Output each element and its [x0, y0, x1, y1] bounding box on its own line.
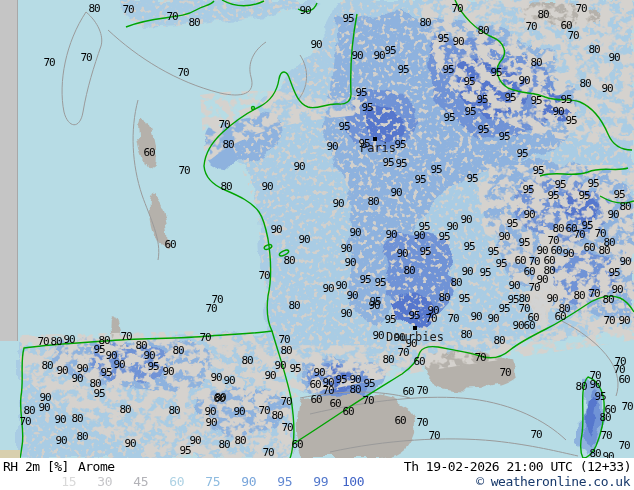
- rh-value-label: 70: [258, 405, 269, 416]
- rh-value-label: 80: [579, 78, 590, 89]
- rh-value-label: 95: [397, 64, 408, 75]
- rh-value-label: 95: [608, 267, 619, 278]
- rh-value-label: 95: [374, 277, 385, 288]
- rh-value-label: 95: [395, 158, 406, 169]
- rh-value-label: 95: [498, 303, 509, 314]
- rh-value-label: 70: [178, 165, 189, 176]
- rh-value-label: 70: [573, 229, 584, 240]
- rh-value-label: 80: [493, 335, 504, 346]
- rh-value-label: 90: [335, 280, 346, 291]
- rh-value-label: 95: [532, 165, 543, 176]
- rh-value-label: 70: [416, 417, 427, 428]
- rh-value-label: 95: [335, 374, 346, 385]
- rh-value-label: 70: [567, 30, 578, 41]
- rh-value-label: 95: [613, 189, 624, 200]
- rh-value-label: 70: [603, 315, 614, 326]
- rh-value-label: 95: [560, 94, 571, 105]
- rh-value-label: 90: [261, 181, 272, 192]
- rh-value-label: 60: [291, 439, 302, 450]
- rh-value-label: 90: [470, 311, 481, 322]
- rh-value-label: 90: [607, 209, 618, 220]
- rh-value-label: 90: [113, 359, 124, 370]
- rh-value-label: 95: [342, 13, 353, 24]
- rh-value-label: 70: [43, 57, 54, 68]
- rh-value-label: 80: [382, 354, 393, 365]
- rh-value-label: 80: [588, 44, 599, 55]
- rh-value-label: 70: [575, 3, 586, 14]
- rh-value-label: 80: [460, 329, 471, 340]
- rh-value-label: 95: [506, 218, 517, 229]
- city-label-paris: Paris: [360, 141, 396, 155]
- rh-value-label: 70: [525, 21, 536, 32]
- rh-value-label: 90: [512, 320, 523, 331]
- rh-value-label: 80: [573, 290, 584, 301]
- product-name: RH 2m [%]: [3, 459, 69, 474]
- footer-title-row: RH 2m [%]Arome Th 19-02-2026 21:00 UTC (…: [0, 459, 634, 474]
- rh-value-label: 80: [71, 413, 82, 424]
- rh-value-label: 70: [199, 332, 210, 343]
- rh-value-label: 95: [93, 344, 104, 355]
- rh-value-label: 95: [384, 314, 395, 325]
- rh-value-label: 90: [189, 435, 200, 446]
- rh-value-label: 95: [458, 293, 469, 304]
- rh-value-label: 95: [463, 76, 474, 87]
- rh-value-label: 80: [575, 381, 586, 392]
- rh-value-label: 80: [589, 448, 600, 459]
- rh-value-label: 70: [80, 52, 91, 63]
- rh-value-label: 80: [403, 265, 414, 276]
- rh-value-label: 95: [93, 388, 104, 399]
- rh-value-label: 70: [618, 440, 629, 451]
- rh-value-label: 95: [437, 33, 448, 44]
- rh-value-label: 90: [452, 36, 463, 47]
- rh-value-label: 90: [274, 360, 285, 371]
- legend-value-75: 75: [184, 474, 220, 489]
- rh-value-label: 90: [589, 379, 600, 390]
- rh-value-label: 80: [367, 196, 378, 207]
- rh-value-label: 70: [474, 352, 485, 363]
- rh-value-label: 90: [322, 283, 333, 294]
- rh-value-label: 95: [361, 102, 372, 113]
- rh-value-label: 95: [565, 115, 576, 126]
- rh-value-label: 90: [293, 161, 304, 172]
- legend-value-95: 95: [256, 474, 292, 489]
- rh-value-label: 70: [19, 416, 30, 427]
- rh-value-label: 80: [76, 431, 87, 442]
- rh-value-label: 90: [601, 83, 612, 94]
- rh-value-label: 90: [562, 248, 573, 259]
- rh-value-label: 90: [233, 406, 244, 417]
- rh-value-label: 90: [608, 52, 619, 63]
- product-title: RH 2m [%]Arome: [0, 459, 115, 474]
- rh-value-label: 95: [179, 445, 190, 456]
- rh-value-label: 80: [530, 57, 541, 68]
- rh-value-label: 95: [530, 95, 541, 106]
- legend-scale: 1530456075909599100: [40, 474, 364, 489]
- rh-value-label: 95: [338, 121, 349, 132]
- rh-value-label: 95: [438, 231, 449, 242]
- rh-value-label: 90: [264, 370, 275, 381]
- rh-value-label: 80: [188, 17, 199, 28]
- rh-value-label: 80: [599, 412, 610, 423]
- rh-value-label: 70: [166, 11, 177, 22]
- rh-value-label: 95: [516, 148, 527, 159]
- rh-value-label: 95: [100, 367, 111, 378]
- rh-value-label: 80: [419, 17, 430, 28]
- rh-value-label: 90: [518, 75, 529, 86]
- rh-value-label: 95: [466, 173, 477, 184]
- rh-value-label: 80: [119, 404, 130, 415]
- rh-value-label: 70: [258, 270, 269, 281]
- rh-value-label: 95: [414, 174, 425, 185]
- rh-value-label: 95: [477, 124, 488, 135]
- rh-value-label: 90: [368, 300, 379, 311]
- rh-value-label: 70: [588, 288, 599, 299]
- rh-value-label: 95: [408, 310, 419, 321]
- rh-value-label: 90: [487, 313, 498, 324]
- rh-value-label: 90: [508, 280, 519, 291]
- rh-value-label: 70: [447, 313, 458, 324]
- rh-value-label: 80: [450, 277, 461, 288]
- rh-value-label: 90: [71, 373, 82, 384]
- rh-value-label: 80: [288, 300, 299, 311]
- rh-value-label: 90: [326, 141, 337, 152]
- rh-value-label: 90: [205, 417, 216, 428]
- rh-value-label: 70: [218, 119, 229, 130]
- rh-value-label: 95: [355, 87, 366, 98]
